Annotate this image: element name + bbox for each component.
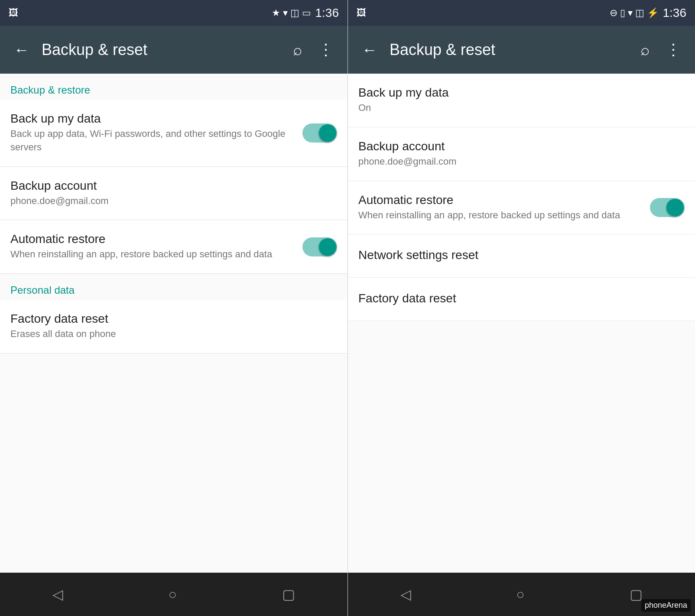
watermark: phoneArena — [641, 599, 691, 612]
right-item-back-up-data[interactable]: Back up my data On — [348, 74, 695, 127]
left-item-automatic-restore-content: Automatic restore When reinstalling an a… — [10, 232, 302, 261]
right-wifi-icon: ▾ — [628, 7, 633, 19]
left-page-title: Backup & reset — [42, 41, 281, 59]
wifi-icon: ▾ — [283, 7, 288, 19]
left-item-automatic-restore-title: Automatic restore — [10, 232, 302, 246]
left-status-icons-left: 🖼 — [9, 7, 18, 19]
right-battery-icon: ⚡ — [647, 7, 659, 19]
left-back-button[interactable]: ← — [10, 37, 33, 62]
left-item-backup-account-subtitle: phone.doe@gmail.com — [10, 195, 337, 208]
right-item-factory-data-reset-title: Factory data reset — [358, 292, 685, 305]
right-item-backup-account[interactable]: Backup account phone.doe@gmail.com — [348, 127, 695, 181]
left-toggle-thumb-back-up-data — [319, 124, 336, 142]
left-item-automatic-restore[interactable]: Automatic restore When reinstalling an a… — [0, 220, 348, 274]
right-phone-panel: 🖼 ⊖ ▯ ▾ ◫ ⚡ 1:36 ← Backup & reset ⌕ ⋮ Ba… — [348, 0, 695, 616]
right-item-automatic-restore[interactable]: Automatic restore When reinstalling an a… — [348, 181, 695, 235]
left-app-bar: ← Backup & reset ⌕ ⋮ — [0, 26, 348, 74]
right-time: 1:36 — [663, 6, 687, 20]
right-item-back-up-data-subtitle: On — [358, 101, 685, 115]
left-content-area: Backup & restore Back up my data Back up… — [0, 74, 348, 573]
right-item-factory-data-reset[interactable]: Factory data reset — [348, 278, 695, 321]
right-item-back-up-data-content: Back up my data On — [358, 86, 685, 115]
left-item-factory-reset-title: Factory data reset — [10, 312, 337, 326]
left-item-backup-account-content: Backup account phone.doe@gmail.com — [10, 179, 337, 208]
right-page-title: Backup & reset — [390, 41, 628, 59]
left-status-icons-right: ★ ▾ ◫ ▭ 1:36 — [272, 6, 339, 20]
right-item-back-up-data-title: Back up my data — [358, 86, 685, 100]
right-status-bar: 🖼 ⊖ ▯ ▾ ◫ ⚡ 1:36 — [348, 0, 695, 26]
right-item-network-settings-reset-title: Network settings reset — [358, 248, 685, 262]
left-item-back-up-data-content: Back up my data Back up app data, Wi-Fi … — [10, 112, 302, 154]
right-item-network-settings-reset[interactable]: Network settings reset — [348, 234, 695, 278]
right-signal-icon: ◫ — [635, 7, 644, 19]
right-content-area: Back up my data On Backup account phone.… — [348, 74, 695, 573]
signal-icon: ◫ — [290, 7, 299, 19]
star-icon: ★ — [272, 7, 280, 19]
left-section-header-backup: Backup & restore — [0, 74, 348, 100]
left-more-button[interactable]: ⋮ — [315, 37, 337, 62]
right-toggle-thumb-automatic-restore — [666, 199, 684, 216]
left-item-factory-reset-subtitle: Erases all data on phone — [10, 327, 337, 341]
right-toggle-automatic-restore[interactable] — [650, 198, 685, 217]
right-item-backup-account-content: Backup account phone.doe@gmail.com — [358, 139, 685, 169]
right-image-icon: 🖼 — [357, 7, 366, 19]
left-nav-home[interactable]: ○ — [156, 582, 190, 607]
left-item-automatic-restore-subtitle: When reinstalling an app, restore backed… — [10, 248, 302, 261]
right-more-button[interactable]: ⋮ — [662, 37, 685, 62]
left-phone-panel: 🖼 ★ ▾ ◫ ▭ 1:36 ← Backup & reset ⌕ ⋮ Back… — [0, 0, 348, 616]
left-item-backup-account-title: Backup account — [10, 179, 337, 193]
right-app-bar: ← Backup & reset ⌕ ⋮ — [348, 26, 695, 74]
left-item-back-up-data-title: Back up my data — [10, 112, 302, 126]
right-minus-icon: ⊖ — [610, 7, 617, 19]
left-item-factory-reset[interactable]: Factory data reset Erases all data on ph… — [0, 300, 348, 353]
image-icon: 🖼 — [9, 7, 18, 19]
left-section-header-personal: Personal data — [0, 274, 348, 300]
right-nav-home[interactable]: ○ — [503, 582, 537, 607]
left-time: 1:36 — [315, 6, 339, 20]
left-nav-bar: ◁ ○ ▢ — [0, 573, 348, 616]
left-item-backup-account[interactable]: Backup account phone.doe@gmail.com — [0, 167, 348, 220]
left-item-back-up-data-subtitle: Back up app data, Wi-Fi passwords, and o… — [10, 127, 302, 154]
left-nav-recents[interactable]: ▢ — [269, 582, 308, 607]
right-nav-back[interactable]: ◁ — [387, 582, 424, 607]
left-toggle-back-up-data[interactable] — [302, 123, 337, 143]
right-search-button[interactable]: ⌕ — [637, 37, 653, 62]
left-status-bar: 🖼 ★ ▾ ◫ ▭ 1:36 — [0, 0, 348, 26]
right-item-automatic-restore-content: Automatic restore When reinstalling an a… — [358, 193, 650, 222]
right-nav-bar: ◁ ○ ▢ phoneArena — [348, 573, 695, 616]
left-toggle-automatic-restore[interactable] — [302, 237, 337, 256]
right-status-icons-left: 🖼 — [357, 7, 366, 19]
right-back-button[interactable]: ← — [358, 37, 381, 62]
right-item-automatic-restore-subtitle: When reinstalling an app, restore backed… — [358, 209, 650, 222]
right-item-automatic-restore-title: Automatic restore — [358, 193, 650, 207]
left-search-button[interactable]: ⌕ — [289, 37, 306, 62]
left-nav-back[interactable]: ◁ — [39, 582, 76, 607]
right-vibrate-icon: ▯ — [620, 7, 625, 19]
battery-icon: ▭ — [302, 7, 311, 19]
right-item-backup-account-subtitle: phone.doe@gmail.com — [358, 155, 685, 169]
left-item-factory-reset-content: Factory data reset Erases all data on ph… — [10, 312, 337, 341]
right-item-backup-account-title: Backup account — [358, 139, 685, 153]
right-item-network-settings-reset-content: Network settings reset — [358, 248, 685, 264]
right-item-factory-data-reset-content: Factory data reset — [358, 292, 685, 307]
right-status-icons-right: ⊖ ▯ ▾ ◫ ⚡ 1:36 — [610, 6, 687, 20]
left-item-back-up-data[interactable]: Back up my data Back up app data, Wi-Fi … — [0, 100, 348, 167]
left-toggle-thumb-automatic-restore — [319, 238, 336, 256]
